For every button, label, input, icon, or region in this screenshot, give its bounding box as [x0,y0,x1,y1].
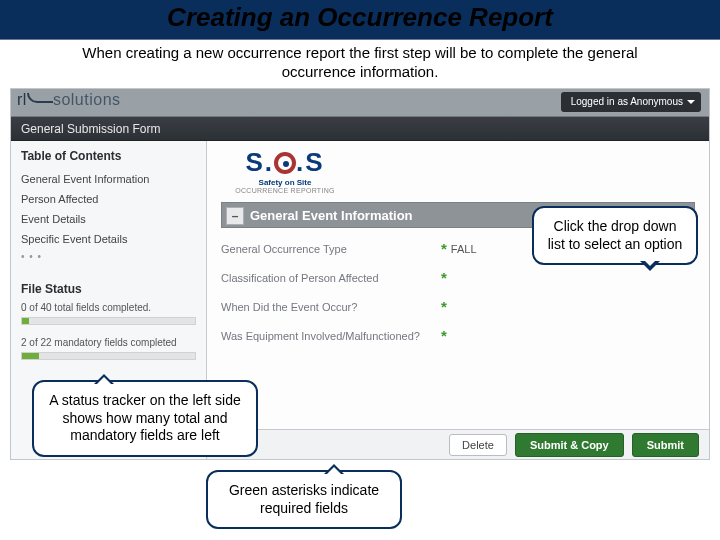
toc-more: • • • [11,249,206,264]
progress-total-fill [22,318,29,324]
toc-item-specific[interactable]: Specific Event Details [11,229,206,249]
callout-text: Click the drop down list to select an op… [548,218,683,252]
toc-item-event-details[interactable]: Event Details [11,209,206,229]
app-topbar: rlsolutions Logged in as Anonymous [11,89,709,117]
required-asterisk-icon: * [441,240,447,257]
callout-tail-icon [324,454,344,474]
field-row-when: When Did the Event Occur? * [221,298,695,315]
callout-dropdown: Click the drop down list to select an op… [532,206,698,265]
progress-total [21,317,196,325]
callout-text: Green asterisks indicate required fields [229,482,379,516]
collapse-toggle-icon[interactable]: – [226,207,244,225]
sos-wordmark: S..S [225,147,345,178]
required-asterisk-icon: * [441,298,447,315]
callout-tail-icon [640,261,660,281]
toc-item-person[interactable]: Person Affected [11,189,206,209]
form-footer: Delete Submit & Copy Submit [207,429,709,459]
main-panel: S..S Safety on Site OCCURRENCE REPORTING… [207,141,709,429]
submit-copy-button[interactable]: Submit & Copy [515,433,624,457]
callout-asterisk: Green asterisks indicate required fields [206,470,402,529]
mandatory-fields-line: 2 of 22 mandatory fields completed [11,337,206,348]
brand-swoosh-icon [27,93,53,103]
submit-button[interactable]: Submit [632,433,699,457]
sos-tagline: Safety on Site [225,178,345,187]
callout-tail-icon [94,364,114,384]
brand-solutions: solutions [53,91,121,108]
progress-mandatory-fill [22,353,39,359]
field-row-classification: Classification of Person Affected * [221,269,695,286]
sos-logo: S..S Safety on Site OCCURRENCE REPORTING [225,147,345,194]
required-asterisk-icon: * [441,269,447,286]
sos-subtag: OCCURRENCE REPORTING [225,187,345,194]
file-status-header: File Status [11,264,206,302]
slide-subtitle: When creating a new occurrence report th… [60,44,660,82]
slide-title: Creating an Occurrence Report [0,2,720,33]
field-label: Was Equipment Involved/Malfunctioned? [221,330,441,342]
callout-text: A status tracker on the left side shows … [49,392,240,443]
toc-item-general[interactable]: General Event Information [11,169,206,189]
field-label: Classification of Person Affected [221,272,441,284]
field-label: When Did the Event Occur? [221,301,441,313]
brand-rl: rl [17,91,27,108]
form-header-bar: General Submission Form [11,117,709,141]
field-row-equipment: Was Equipment Involved/Malfunctioned? * [221,327,695,344]
required-asterisk-icon: * [441,327,447,344]
toc-header: Table of Contents [11,141,206,169]
progress-mandatory [21,352,196,360]
callout-status-tracker: A status tracker on the left side shows … [32,380,258,457]
delete-button[interactable]: Delete [449,434,507,456]
user-menu[interactable]: Logged in as Anonymous [561,92,701,112]
field-label: General Occurrence Type [221,243,441,255]
total-fields-line: 0 of 40 total fields completed. [11,302,206,313]
brand-logo: rlsolutions [17,91,121,109]
section-title: General Event Information [250,208,413,223]
